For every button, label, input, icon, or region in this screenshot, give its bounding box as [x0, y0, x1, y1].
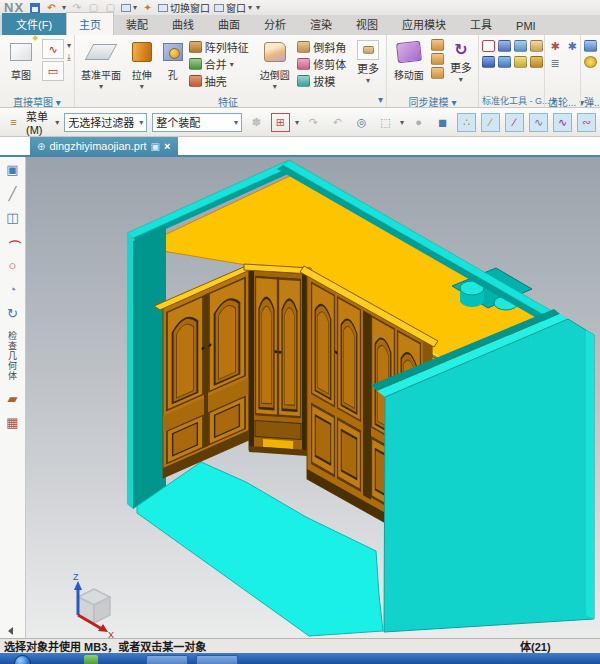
draft-button[interactable]: 拔模: [297, 73, 350, 89]
gear2-icon[interactable]: ✱: [565, 40, 579, 53]
move-face-button[interactable]: 移动面: [390, 37, 428, 82]
taskbar-window-2[interactable]: [196, 655, 238, 664]
hole-button[interactable]: 孔: [160, 37, 186, 82]
undo-icon[interactable]: ↶: [45, 2, 58, 13]
std-tool3-icon[interactable]: [514, 40, 527, 52]
cabinet-door[interactable]: [279, 278, 301, 417]
chamfer-button[interactable]: 倒斜角: [297, 39, 350, 55]
group-label-std-tools[interactable]: 标准化工具 - G... ▾: [482, 94, 541, 107]
model-scene[interactable]: Z X: [26, 157, 600, 638]
circle-icon[interactable]: ○: [4, 257, 22, 274]
menu-button[interactable]: ≡ 菜单(M) ▾: [4, 108, 59, 136]
tab-tools[interactable]: 工具: [458, 13, 504, 35]
shell-button[interactable]: 抽壳: [189, 73, 252, 89]
start-orb-icon[interactable]: [14, 655, 31, 664]
shaded-sphere-icon[interactable]: ●: [409, 113, 428, 132]
gear1-icon[interactable]: ✱: [548, 40, 562, 53]
mesh-icon[interactable]: ▦: [4, 414, 22, 431]
std-tool4-icon[interactable]: [530, 40, 543, 52]
sketch-rect-button[interactable]: ▭: [42, 61, 64, 81]
surface-icon[interactable]: ◔: [4, 281, 22, 298]
group-label-sync[interactable]: 同步建模 ▾: [390, 94, 475, 107]
tab-view[interactable]: 视图: [344, 13, 390, 35]
sketch-more2-caret-icon[interactable]: ⤓: [67, 52, 71, 63]
selection-scope-combo[interactable]: 整个装配▾: [152, 113, 242, 132]
rect-select-caret-icon[interactable]: ▾: [400, 118, 404, 127]
save-icon[interactable]: [28, 2, 41, 13]
snap-center-icon[interactable]: ◎: [352, 113, 371, 132]
qat-customize-icon[interactable]: ▾: [256, 3, 260, 12]
extrude-button[interactable]: 拉伸 ▾: [127, 37, 157, 91]
undo-caret-icon[interactable]: ▾: [62, 3, 66, 12]
sync-tool2-icon[interactable]: [431, 53, 444, 65]
cabinet-door[interactable]: [167, 296, 203, 410]
cabinet-door[interactable]: [312, 283, 335, 407]
solid-cube-icon[interactable]: ◼: [433, 113, 452, 132]
tab-surface[interactable]: 曲面: [206, 13, 252, 35]
sidebar-resize-icon[interactable]: [8, 627, 13, 635]
cube-icon[interactable]: ◫: [4, 209, 22, 226]
spring-tool1-icon[interactable]: [584, 40, 597, 52]
examine-geometry-button[interactable]: 检查几何体: [6, 331, 19, 381]
tab-file[interactable]: 文件(F): [2, 13, 66, 35]
sketch-curve-button[interactable]: ∿: [42, 39, 64, 59]
windows-taskbar[interactable]: [0, 653, 600, 664]
sync-tool1-icon[interactable]: [431, 39, 444, 51]
cabinet-door[interactable]: [312, 404, 335, 476]
tab-home[interactable]: 主页: [66, 12, 114, 35]
unite-button[interactable]: 合并▾: [189, 56, 252, 72]
sync-more-button[interactable]: ↻ 更多 ▾: [447, 37, 475, 84]
rect-select-icon[interactable]: ⬚: [376, 113, 395, 132]
select-mode-caret-icon[interactable]: ▾: [295, 118, 299, 127]
rotate-view-icon[interactable]: ↻: [4, 305, 22, 322]
tab-curve[interactable]: 曲线: [160, 13, 206, 35]
std-tool1-icon[interactable]: [482, 40, 495, 52]
std-tool6-icon[interactable]: [498, 56, 511, 68]
cabinet-door[interactable]: [338, 419, 361, 491]
snap-endpoint-icon[interactable]: ∕: [481, 113, 500, 132]
tab-application[interactable]: 应用模块: [390, 13, 458, 35]
window-mode-icon[interactable]: ▾: [121, 3, 137, 12]
sketch-more-caret-icon[interactable]: ▾: [67, 41, 71, 50]
graphics-window[interactable]: Z X: [26, 157, 600, 638]
std-tool5-icon[interactable]: [482, 56, 495, 68]
feature-more-button[interactable]: 更多 ▾: [353, 37, 383, 85]
arc-icon[interactable]: ): [4, 233, 21, 251]
cabinet-door[interactable]: [209, 278, 245, 392]
snap-curve-icon[interactable]: ∿: [529, 113, 548, 132]
std-tool8-icon[interactable]: [530, 56, 543, 68]
part-tab[interactable]: ⊕ dingzhiyimaojian.prt ▣ ×: [30, 137, 178, 155]
gear-list-icon[interactable]: ≣: [548, 57, 562, 70]
snap-spline-icon[interactable]: ∿: [553, 113, 572, 132]
block-icon[interactable]: ▣: [4, 161, 22, 178]
sync-tool3-icon[interactable]: [431, 67, 444, 79]
spring-tool2-icon[interactable]: [584, 56, 597, 68]
snap-midpoint-icon[interactable]: ∕: [505, 113, 524, 132]
line-icon[interactable]: ╱: [4, 185, 22, 202]
group-label-spring[interactable]: 弹...: [584, 94, 600, 107]
sketch-button[interactable]: ✦ 草图: [3, 37, 39, 82]
group-label-gear[interactable]: 齿轮... ▾: [548, 94, 577, 107]
trim-sheet-icon[interactable]: ▰: [4, 390, 22, 407]
snap-point-icon[interactable]: ∴: [457, 113, 476, 132]
touch-icon[interactable]: ✦: [141, 2, 154, 13]
group-label-direct-sketch[interactable]: 直接草图 ▾: [3, 94, 71, 107]
group-label-feature[interactable]: 特征 ▾: [78, 94, 383, 107]
cabinet-door[interactable]: [256, 277, 278, 416]
trim-body-button[interactable]: 修剪体: [297, 56, 350, 72]
tab-pmi[interactable]: PMI: [504, 17, 548, 35]
edge-blend-button[interactable]: 边倒圆 ▾: [255, 37, 294, 91]
snap-tangent-icon[interactable]: ∾: [577, 113, 596, 132]
tab-render[interactable]: 渲染: [298, 13, 344, 35]
std-tool7-icon[interactable]: [514, 56, 527, 68]
datum-plane-button[interactable]: 基准平面 ▾: [78, 37, 124, 91]
std-tool2-icon[interactable]: [498, 40, 511, 52]
selection-filter-combo[interactable]: 无选择过滤器▾: [64, 113, 147, 132]
taskbar-icon-1[interactable]: [84, 655, 98, 664]
tab-assembly[interactable]: 装配: [114, 13, 160, 35]
close-tab-icon[interactable]: ×: [164, 140, 170, 152]
cabinet-door[interactable]: [338, 297, 361, 421]
select-mode-icon[interactable]: ⊞: [271, 113, 290, 132]
taskbar-window-1[interactable]: [146, 655, 188, 664]
pattern-feature-button[interactable]: 阵列特征: [189, 39, 252, 55]
